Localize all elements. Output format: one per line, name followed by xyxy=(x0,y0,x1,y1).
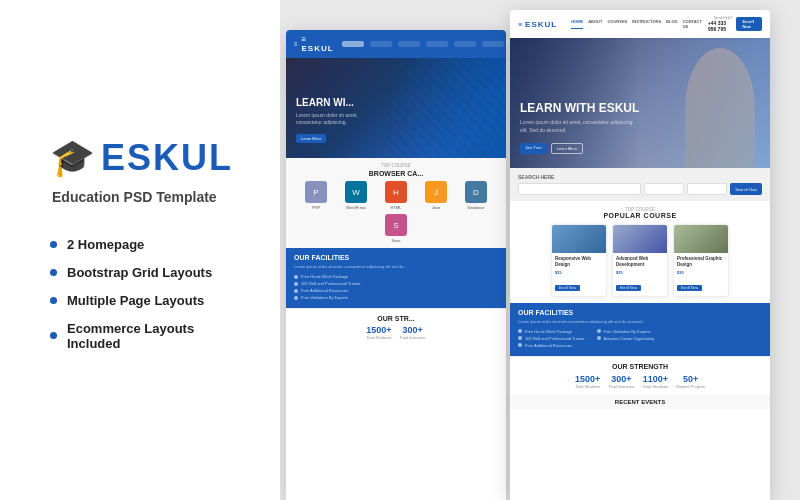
screen1-facilities: OUR FACILITIES Lorem ipsum dolor sit ame… xyxy=(286,248,506,308)
facility2-text-3: Free Additional Resources xyxy=(525,343,572,348)
screen2-popular-title: Popular Course xyxy=(518,212,762,219)
feature-label-2: Bootstrap Grid Layouts xyxy=(67,265,212,280)
screen2-hero-sub: Lorem ipsum dolor sit amet, consectetur … xyxy=(520,119,640,134)
cat-wp-label: WordPress xyxy=(346,205,366,210)
sass-icon: S xyxy=(385,214,407,236)
screen1-stat-instructors: 300+ Total Instructor xyxy=(400,325,426,340)
brand-logo: 🎓 ESKUL xyxy=(50,137,233,179)
course-card-1-btn[interactable]: Enroll Now xyxy=(555,285,580,291)
screen2-stat-3-number: 1100+ xyxy=(643,374,669,384)
screen2-popular-courses: TOP COURSE Popular Course Responsive Web… xyxy=(510,201,770,303)
screen2-nav-courses: COURSES xyxy=(607,19,627,29)
screen2-enroll-btn[interactable]: Enroll Now xyxy=(736,17,762,31)
screen2-stat-2: 300+ Total Instructor xyxy=(608,374,634,389)
cat-html: H HTML xyxy=(378,181,414,210)
right-panel: ≡ ≡ ESKUL LEARN WI... Lorem ipsum dolor … xyxy=(280,0,800,500)
screen1-top-course-badge: TOP COURSE xyxy=(294,163,498,168)
facility-text-3: Free Additional Resources xyxy=(301,288,348,293)
screen1-browser-cat-title: BROWSER CA... xyxy=(294,170,498,177)
screen1-nav-links xyxy=(342,41,504,47)
screen2-learn-btn[interactable]: Learn More xyxy=(551,143,583,154)
graduation-cap-icon: 🎓 xyxy=(50,137,95,179)
screen2-search-time[interactable] xyxy=(687,183,727,195)
facility-text-1: Free Home Work Package xyxy=(301,274,348,279)
screen1-stat-students-number: 1500+ xyxy=(366,325,391,335)
cat-sass: S Sass xyxy=(378,214,414,243)
screen1-stat-students-label: Total Students xyxy=(366,335,391,340)
screen1-hero-sub: Lorem ipsum dolor sit amet, consectetur … xyxy=(296,112,376,126)
screen2-navbar: ≡ ESKUL HOME ABOUT COURSES INSTRUCTORS B… xyxy=(510,10,770,38)
feature-item-1: 2 Homepage xyxy=(50,237,250,252)
cat-db-label: Database xyxy=(467,205,484,210)
screen2-stats: OUR STRENGTH 1500+ Total Students 300+ T… xyxy=(510,356,770,395)
screen1-nav-logo: ≡ ≡ ESKUL xyxy=(294,35,334,53)
screen1-facilities-title: OUR FACILITIES xyxy=(294,254,498,261)
screen2-search-course-type[interactable] xyxy=(644,183,684,195)
brand-name: ESKUL xyxy=(101,137,233,179)
left-panel: 🎓 ESKUL Education PSD Template 2 Homepag… xyxy=(0,0,280,500)
course-card-2-btn[interactable]: Enroll Now xyxy=(616,285,641,291)
feature-item-3: Multiple Page Layouts xyxy=(50,293,250,308)
course-card-2-body: Advanced Web Development $35 Enroll Now xyxy=(613,253,667,296)
course-card-2-image xyxy=(613,225,667,253)
screen2-stat-3: 1100+ Grad Students xyxy=(643,374,669,389)
screen1-stat-students: 1500+ Total Students xyxy=(366,325,391,340)
cat-database: D Database xyxy=(458,181,494,210)
screen2-nav-contact: CONTACT US xyxy=(683,19,702,29)
screen1-learn-more-btn[interactable]: Learn More xyxy=(296,134,326,143)
screen1-stat-instructors-label: Total Instructor xyxy=(400,335,426,340)
screen2-nav-links: HOME ABOUT COURSES INSTRUCTORS BLOG CONT… xyxy=(571,19,702,29)
screen2-nav-home: HOME xyxy=(571,19,583,29)
screen1-categories: TOP COURSE BROWSER CA... P PHP W WordPre… xyxy=(286,158,506,248)
screen2-stat-1-label: Total Students xyxy=(575,384,600,389)
html-icon: H xyxy=(385,181,407,203)
course-card-3-btn[interactable]: Enroll Now xyxy=(677,285,702,291)
screen2-nav-right: Need Help? +44 333 956 795 Enroll Now xyxy=(708,16,762,32)
feature-label-4: Ecommerce Layouts Included xyxy=(67,321,250,351)
screen2-search-btn[interactable]: Search Now xyxy=(730,183,762,195)
screen2-nav-blog: BLOG xyxy=(666,19,678,29)
screen2-facility-3: Free Additional Resources xyxy=(518,343,585,348)
course-card-2-price: $35 xyxy=(616,270,664,275)
screen2-join-btn[interactable]: Join Free xyxy=(520,143,547,154)
course-card-3-body: Professional Graphic Design $30 Enroll N… xyxy=(674,253,728,296)
screen2-hero-person xyxy=(685,48,755,168)
screen2-stats-title: OUR STRENGTH xyxy=(518,363,762,370)
course-card-1-image xyxy=(552,225,606,253)
features-list: 2 Homepage Bootstrap Grid Layouts Multip… xyxy=(50,237,250,364)
facility2-bullet-1 xyxy=(518,329,522,333)
facility2-bullet-4 xyxy=(597,329,601,333)
screen1-facility-3: Free Additional Resources xyxy=(294,288,498,293)
screen2-courses-grid: Responsive Web Design $25 Enroll Now Adv… xyxy=(518,224,762,297)
course-card-3-price: $30 xyxy=(677,270,725,275)
screen2-events-teaser: RECENT EVENTS xyxy=(510,395,770,409)
course-card-3-title: Professional Graphic Design xyxy=(677,256,725,268)
screen1-stats-title: OUR STR... xyxy=(294,315,498,322)
facility-bullet-4 xyxy=(294,296,298,300)
screen1-hero-headline: LEARN WI... xyxy=(296,96,376,109)
screen1-navbar: ≡ ≡ ESKUL xyxy=(286,30,506,58)
facility2-text-4: Free Validation By Experts xyxy=(604,329,651,334)
screen1-nav-home xyxy=(342,41,364,47)
screen2-facility-1: Free Home Work Package xyxy=(518,329,585,334)
screen1-nav-contact xyxy=(482,41,504,47)
facility-bullet-1 xyxy=(294,275,298,279)
screen-preview-1: ≡ ≡ ESKUL LEARN WI... Lorem ipsum dolor … xyxy=(286,30,506,500)
cat-html-label: HTML xyxy=(391,205,402,210)
facility2-text-2: 100 Skill and Professional Trainer xyxy=(525,336,585,341)
screen1-cat-grid: P PHP W WordPress H HTML J Java D Data xyxy=(294,181,498,243)
screen2-hero: LEARN WITH ESKUL Lorem ipsum dolor sit a… xyxy=(510,38,770,168)
screen1-facility-4: Free Validation By Experts xyxy=(294,295,498,300)
screen2-facilities-col2: Free Validation By Experts Advance Caree… xyxy=(597,329,655,350)
cat-php-label: PHP xyxy=(312,205,320,210)
screen1-facility-1: Free Home Work Package xyxy=(294,274,498,279)
screen1-stat-instructors-number: 300+ xyxy=(400,325,426,335)
screen2-facilities-title: OUR FACILITIES xyxy=(518,309,762,316)
screen2-stat-2-label: Total Instructor xyxy=(608,384,634,389)
facility-bullet-3 xyxy=(294,289,298,293)
feature-item-2: Bootstrap Grid Layouts xyxy=(50,265,250,280)
screen1-nav-blog xyxy=(454,41,476,47)
screen2-search-category[interactable] xyxy=(518,183,641,195)
screen2-nav-contact-info: Need Help? +44 333 956 795 xyxy=(708,16,733,32)
screen2-stats-row: 1500+ Total Students 300+ Total Instruct… xyxy=(518,374,762,389)
